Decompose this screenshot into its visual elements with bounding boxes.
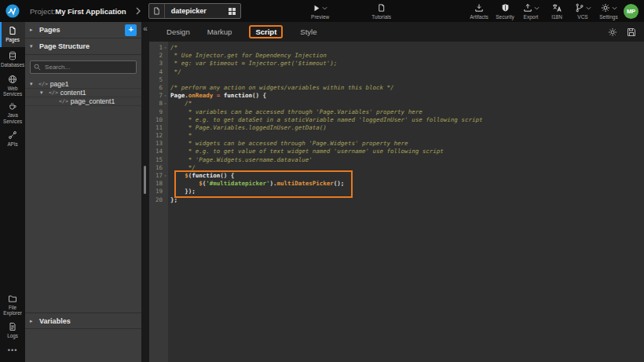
topbar-action-security[interactable]: Security bbox=[495, 3, 515, 20]
expand-arrow-icon[interactable]: ▾ bbox=[30, 81, 35, 87]
code-text: Page.onReady = function() { bbox=[168, 92, 266, 100]
code-line-20[interactable]: 20}; bbox=[149, 196, 644, 204]
pages-panel-title: Pages bbox=[39, 26, 60, 34]
rail-item-java-services[interactable]: Java Services bbox=[0, 99, 25, 126]
line-number: 7 bbox=[149, 92, 163, 100]
grid-icon[interactable] bbox=[228, 7, 236, 16]
search-input[interactable] bbox=[43, 63, 133, 71]
rail-item-logs[interactable]: Logs bbox=[0, 318, 25, 343]
chevron-right-icon bbox=[136, 7, 141, 15]
widget-code-icon: </> bbox=[49, 90, 58, 96]
file-icon bbox=[149, 4, 165, 18]
fold-marker-icon[interactable]: - bbox=[163, 44, 168, 52]
code-line-18[interactable]: 18 $('#multidatepicker').multiDatesPicke… bbox=[149, 180, 644, 188]
panel-scrollbar-thumb[interactable] bbox=[144, 166, 146, 194]
code-line-9[interactable]: 9 * variables can be accessed through 'P… bbox=[149, 108, 644, 116]
gear-icon bbox=[601, 3, 610, 13]
code-text: $('#multidatepicker').multiDatesPicker()… bbox=[168, 180, 344, 188]
topbar-action-label: Artifacts bbox=[470, 14, 488, 20]
save-icon[interactable] bbox=[627, 27, 636, 37]
topbar-action-export[interactable]: Export bbox=[521, 3, 541, 20]
editor-tab-markup[interactable]: Markup bbox=[207, 27, 232, 36]
page-tab-label: datepicker bbox=[165, 7, 228, 15]
code-line-10[interactable]: 10 * e.g. to get dataSet in a staticVari… bbox=[149, 116, 644, 124]
preview-button[interactable]: Preview bbox=[310, 3, 331, 20]
code-line-6[interactable]: 6/* perform any action on widgets/variab… bbox=[149, 84, 644, 92]
tutorials-button[interactable]: Tutorials bbox=[371, 3, 392, 20]
topbar-actions: ArtifactsSecurityExportI18NVCSSettings bbox=[469, 3, 619, 20]
rail-item-databases[interactable]: Databases bbox=[0, 47, 25, 72]
more-options-button[interactable]: ••• bbox=[0, 343, 25, 362]
user-avatar[interactable]: MP bbox=[624, 4, 639, 19]
line-number: 4 bbox=[149, 68, 163, 76]
code-line-17[interactable]: 17- $(function() { bbox=[149, 172, 644, 180]
folder-icon bbox=[8, 294, 17, 303]
code-line-3[interactable]: 3 * eg: var $timeout = Injector.get('$ti… bbox=[149, 60, 644, 68]
rail-item-file-explorer[interactable]: File Explorer bbox=[0, 291, 25, 318]
topbar-action-label: Export bbox=[524, 14, 539, 20]
code-text: * eg: var $timeout = Injector.get('$time… bbox=[168, 60, 337, 68]
line-number: 10 bbox=[149, 116, 163, 124]
topbar-action-label: VCS bbox=[577, 14, 587, 20]
code-line-13[interactable]: 13 * widgets can be accessed through 'Pa… bbox=[149, 140, 644, 148]
code-line-19[interactable]: 19 }); bbox=[149, 188, 644, 196]
code-line-16[interactable]: 16 */ bbox=[149, 164, 644, 172]
globe-icon bbox=[8, 75, 17, 84]
editor-pane: DesignMarkupScriptStyle bbox=[149, 22, 644, 362]
collapse-panel-button[interactable]: « bbox=[141, 25, 149, 33]
tree-node-page1[interactable]: ▾</>page1 bbox=[25, 80, 141, 89]
code-text: $(function() { bbox=[168, 172, 234, 180]
project-name: My First Application bbox=[55, 7, 126, 16]
page-structure-header[interactable]: ▾ Page Structure bbox=[25, 38, 141, 55]
app-logo-icon[interactable] bbox=[0, 3, 25, 19]
pages-panel-header[interactable]: ▸ Pages + bbox=[25, 22, 141, 38]
topbar-action-i18n[interactable]: I18N bbox=[547, 3, 567, 20]
gear-icon[interactable] bbox=[608, 27, 617, 37]
editor-tab-design[interactable]: Design bbox=[166, 27, 190, 36]
code-line-4[interactable]: 4 */ bbox=[149, 68, 644, 76]
variables-title: Variables bbox=[39, 317, 71, 325]
line-number: 17 bbox=[149, 172, 163, 180]
code-text: /* perform any action on widgets/variabl… bbox=[168, 84, 393, 92]
database-icon bbox=[8, 51, 17, 60]
panel-splitter[interactable]: « bbox=[141, 22, 149, 362]
preview-label: Preview bbox=[311, 14, 329, 20]
code-text: * 'Page.Widgets.username.datavalue' bbox=[168, 156, 313, 164]
tree-empty-space bbox=[25, 106, 141, 313]
rail-item-label: Databases bbox=[1, 62, 24, 68]
code-text: /* bbox=[168, 100, 192, 108]
tutorials-label: Tutorials bbox=[371, 14, 391, 20]
code-line-2[interactable]: 2 * Use Injector.get for Dependency Inje… bbox=[149, 52, 644, 60]
fold-marker-icon[interactable]: - bbox=[163, 100, 168, 108]
code-line-8[interactable]: 8- /* bbox=[149, 100, 644, 108]
rail-item-apis[interactable]: APIs bbox=[0, 126, 25, 152]
variables-header[interactable]: ▸ Variables bbox=[25, 313, 141, 329]
code-line-11[interactable]: 11 * Page.Variables.loggedInUser.getData… bbox=[149, 124, 644, 132]
code-line-14[interactable]: 14 * e.g. to get value of text widget na… bbox=[149, 148, 644, 155]
code-line-5[interactable]: 5 bbox=[149, 76, 644, 84]
api-icon bbox=[8, 130, 17, 140]
rail-item-pages[interactable]: Pages bbox=[0, 22, 25, 47]
code-line-7[interactable]: 7-Page.onReady = function() { bbox=[149, 92, 644, 100]
code-text: */ bbox=[168, 68, 181, 76]
expand-arrow-icon[interactable]: ▾ bbox=[40, 90, 46, 96]
fold-marker-icon[interactable]: - bbox=[163, 92, 168, 100]
code-line-12[interactable]: 12 * bbox=[149, 132, 644, 140]
fold-marker-icon[interactable]: - bbox=[163, 172, 168, 180]
fold-spacer bbox=[163, 52, 168, 60]
page-tab-datepicker[interactable]: datepicker bbox=[148, 3, 241, 19]
tree-node-content1[interactable]: ▾</>content1 bbox=[25, 89, 141, 97]
code-line-15[interactable]: 15 * 'Page.Widgets.username.datavalue' bbox=[149, 156, 644, 164]
editor-tab-style[interactable]: Style bbox=[300, 27, 317, 36]
topbar-action-settings[interactable]: Settings bbox=[598, 3, 619, 20]
script-editor[interactable]: 1-/*2 * Use Injector.get for Dependency … bbox=[149, 42, 644, 362]
code-line-1[interactable]: 1-/* bbox=[149, 44, 644, 52]
tree-node-page-content1[interactable]: </>page_content1 bbox=[25, 97, 141, 106]
topbar-action-vcs[interactable]: VCS bbox=[573, 3, 593, 20]
tree-node-label: page1 bbox=[50, 80, 69, 88]
editor-tab-script[interactable]: Script bbox=[249, 25, 283, 38]
rail-item-label: Java Services bbox=[1, 112, 24, 123]
rail-item-web-services[interactable]: Web Services bbox=[0, 72, 25, 99]
add-page-button[interactable]: + bbox=[125, 24, 137, 36]
topbar-action-artifacts[interactable]: Artifacts bbox=[469, 3, 489, 20]
